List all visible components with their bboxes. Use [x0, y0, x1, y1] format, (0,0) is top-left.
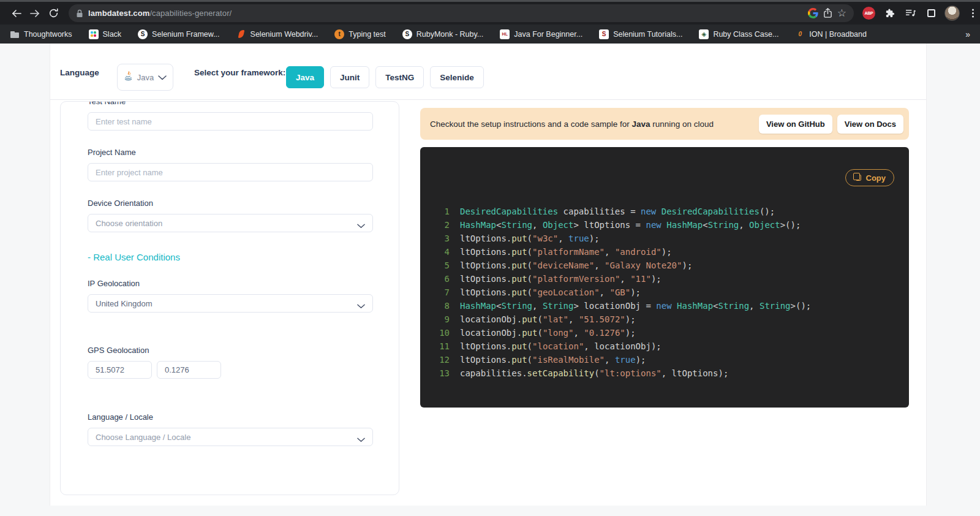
- code-token: capabilities.: [460, 368, 527, 378]
- typing-test-icon: t: [334, 29, 344, 39]
- code-token: put: [511, 260, 527, 270]
- reload-button[interactable]: [44, 4, 62, 23]
- code-token: DesiredCapabilities: [662, 207, 760, 216]
- line-number: 10: [435, 326, 450, 340]
- code-token: ,: [558, 233, 568, 243]
- abp-badge: ABP: [862, 7, 875, 20]
- input-gps-geolocation-lat[interactable]: 51.5072: [88, 361, 152, 379]
- field-label-test-name: Test Name: [88, 101, 372, 106]
- code-token: >();: [791, 301, 812, 311]
- line-number: 11: [435, 340, 450, 353]
- code-line: 7ltOptions.put("geoLocation", "GB");: [435, 286, 894, 299]
- select-device-orientation[interactable]: Choose orientation: [88, 214, 373, 232]
- code-token: String: [501, 220, 532, 230]
- code-token: > ltOptions =: [573, 220, 646, 230]
- code-token: ,: [739, 220, 749, 230]
- language-select[interactable]: Java: [117, 64, 173, 91]
- line-number: 7: [435, 286, 450, 299]
- forward-button[interactable]: [26, 4, 44, 23]
- code-token: );: [636, 355, 646, 365]
- section-toggle-real-user-conditions[interactable]: - Real User Conditions: [88, 252, 372, 262]
- line-number: 4: [435, 245, 450, 259]
- code-text: ltOptions.put("platformVersion", "11");: [460, 272, 662, 286]
- code-token: new: [656, 301, 671, 311]
- framework-button-java[interactable]: Java: [286, 66, 324, 88]
- adblock-extension-icon[interactable]: ABP: [860, 4, 878, 22]
- input-gps-geolocation-long[interactable]: 0.1276: [157, 361, 221, 379]
- bookmark-typing-test[interactable]: tTyping test: [334, 29, 385, 39]
- view-on-docs-button[interactable]: View on Docs: [837, 115, 903, 134]
- bookmark-selenium-webdriv[interactable]: Selenium Webdriv...: [236, 29, 318, 39]
- profile-avatar[interactable]: [943, 4, 961, 22]
- framework-button-group: JavaJunitTestNGSelenide: [286, 66, 484, 88]
- bookmark-ion-broadband[interactable]: 0ION | Broadband: [795, 29, 867, 39]
- code-token: ,: [573, 328, 584, 338]
- copy-button[interactable]: Copy: [845, 169, 895, 186]
- framework-button-junit[interactable]: Junit: [330, 66, 369, 88]
- code-token: put: [511, 233, 527, 243]
- bookmark-label: Ruby Class Case...: [713, 30, 778, 39]
- share-icon[interactable]: [823, 8, 832, 18]
- field-test-name: Test NameEnter test name: [88, 101, 372, 131]
- lock-icon: [76, 9, 83, 18]
- code-token: [656, 207, 661, 216]
- bookmark-java-for-beginner[interactable]: HLJava For Beginner...: [500, 29, 582, 39]
- bookmark-selenium-tutorials[interactable]: SSelenium Tutorials...: [599, 29, 682, 39]
- chevron-down-icon: [357, 435, 365, 444]
- select-language-locale[interactable]: Choose Language / Locale: [88, 428, 373, 446]
- code-token: ,: [568, 314, 579, 324]
- code-token: "lt:options": [600, 368, 662, 378]
- bookmarks-overflow-chevron[interactable]: »: [965, 29, 970, 39]
- code-token: put: [511, 341, 527, 351]
- input-test-name[interactable]: Enter test name: [88, 112, 373, 131]
- address-bar[interactable]: lambdatest.com/capabilities-generator/ ☆: [69, 4, 854, 22]
- code-token: String: [501, 301, 532, 311]
- code-token: );: [625, 314, 636, 324]
- code-token: ,: [620, 274, 630, 284]
- code-line: 5ltOptions.put("deviceName", "Galaxy Not…: [435, 259, 894, 272]
- line-number: 13: [435, 366, 450, 380]
- field-label-project-name: Project Name: [88, 148, 372, 157]
- code-line: 11ltOptions.put("location", locationObj)…: [435, 340, 894, 353]
- bookmark-slack[interactable]: Slack: [89, 29, 122, 39]
- code-token: "platformVersion": [532, 274, 620, 284]
- bookmark-selenium-framew[interactable]: SSelenium Framew...: [138, 29, 219, 39]
- bookmark-label: Selenium Webdriv...: [251, 30, 318, 39]
- extensions-puzzle-icon[interactable]: [881, 4, 899, 22]
- selenium-webdriver-icon: [236, 29, 246, 39]
- code-token: ,: [605, 355, 615, 365]
- code-token: > locationObj =: [573, 301, 656, 311]
- playlist-extension-icon[interactable]: [902, 4, 919, 22]
- select-ip-geolocation[interactable]: United Kingdom: [88, 294, 373, 313]
- google-logo-icon[interactable]: [808, 8, 818, 18]
- bookmark-label: Java For Beginner...: [514, 30, 582, 39]
- code-token: String: [708, 220, 739, 230]
- code-token: (: [594, 368, 599, 378]
- framework-button-testng[interactable]: TestNG: [375, 66, 424, 88]
- view-on-github-button[interactable]: View on GitHub: [759, 115, 832, 134]
- bookmark-thoughtworks[interactable]: Thoughtworks: [10, 29, 72, 39]
- bookmark-rubymonk-ruby[interactable]: SRubyMonk - Ruby...: [402, 29, 484, 39]
- code-token: "lat": [543, 314, 568, 324]
- code-text: ltOptions.put("platformName", "android")…: [460, 245, 672, 259]
- bookmark-ruby-class-case[interactable]: ◈Ruby Class Case...: [699, 29, 778, 39]
- code-text: HashMap<String, Object> ltOptions = new …: [460, 218, 801, 232]
- code-token: (: [527, 355, 532, 365]
- code-token: (: [527, 247, 532, 257]
- input-project-name[interactable]: Enter project name: [88, 163, 373, 181]
- code-token: (: [527, 341, 532, 351]
- code-line: 4ltOptions.put("platformName", "android"…: [435, 245, 894, 259]
- copy-row: Copy: [435, 169, 894, 186]
- framework-button-selenide[interactable]: Selenide: [430, 66, 484, 88]
- back-button[interactable]: [7, 4, 26, 23]
- bookmark-star-icon[interactable]: ☆: [837, 8, 846, 18]
- code-token: locationObj.: [460, 314, 522, 324]
- code-token: Object: [543, 220, 574, 230]
- slack-icon-shape: [91, 31, 93, 34]
- code-token: ltOptions.: [460, 287, 511, 297]
- menu-dots-icon[interactable]: [964, 4, 980, 22]
- tab-switcher-icon[interactable]: [922, 4, 940, 22]
- avatar: [944, 6, 960, 21]
- code-token: put: [511, 274, 527, 284]
- select-value-ip-geolocation: United Kingdom: [96, 299, 153, 308]
